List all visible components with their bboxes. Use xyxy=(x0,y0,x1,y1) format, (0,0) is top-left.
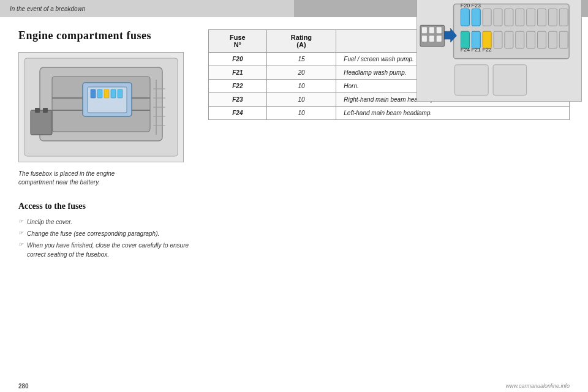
svg-rect-60 xyxy=(493,65,527,96)
svg-rect-49 xyxy=(548,31,557,48)
svg-rect-38 xyxy=(461,31,469,48)
access-steps-list: Unclip the cover. Change the fuse (see c… xyxy=(18,217,202,259)
access-step-2: Change the fuse (see corresponding parag… xyxy=(18,229,202,238)
svg-rect-52 xyxy=(422,27,427,33)
fuse-number-cell: F20 xyxy=(209,53,267,66)
svg-text:F20: F20 xyxy=(461,2,470,9)
rating-cell: 20 xyxy=(266,66,336,80)
svg-rect-55 xyxy=(422,36,427,42)
svg-rect-6 xyxy=(97,89,102,98)
fuse-number-cell: F21 xyxy=(209,66,267,80)
svg-rect-31 xyxy=(494,9,502,26)
rating-cell: 15 xyxy=(266,53,336,66)
svg-rect-30 xyxy=(483,9,491,26)
svg-rect-40 xyxy=(472,31,480,48)
function-cell: Left-hand main beam headlamp. xyxy=(336,107,570,120)
fuse-diagram-svg: F20 F23 F24 F21 F22 xyxy=(417,0,581,102)
svg-rect-37 xyxy=(559,9,568,26)
fuse-number-cell: F24 xyxy=(209,107,267,120)
access-step-3: When you have finished, close the cover … xyxy=(18,241,202,259)
svg-text:F24: F24 xyxy=(461,47,470,53)
svg-rect-46 xyxy=(516,31,524,48)
svg-text:F22: F22 xyxy=(482,47,491,53)
svg-rect-57 xyxy=(437,36,442,42)
header-text: In the event of a breakdown xyxy=(10,6,85,12)
engine-illustration xyxy=(21,55,181,159)
svg-rect-53 xyxy=(429,27,434,33)
right-column: FuseN° Rating(A) Functions F2015Fuel / s… xyxy=(208,29,570,120)
svg-rect-35 xyxy=(538,9,546,26)
svg-text:F21: F21 xyxy=(472,47,481,53)
svg-rect-47 xyxy=(527,31,535,48)
access-step-1: Unclip the cover. xyxy=(18,217,202,227)
page-number: 280 xyxy=(18,383,29,390)
fuse-number-cell: F22 xyxy=(209,80,267,93)
svg-rect-56 xyxy=(429,36,434,42)
svg-rect-50 xyxy=(559,31,568,48)
svg-rect-7 xyxy=(104,89,109,98)
svg-rect-14 xyxy=(31,110,52,135)
svg-rect-9 xyxy=(118,89,123,98)
svg-rect-32 xyxy=(505,9,513,26)
svg-rect-36 xyxy=(548,9,557,26)
svg-rect-42 xyxy=(483,31,491,48)
rating-cell: 10 xyxy=(266,80,336,93)
svg-rect-5 xyxy=(91,89,96,98)
col-header-rating: Rating(A) xyxy=(266,30,336,53)
engine-image xyxy=(18,52,184,162)
footer: 280 www.carmanualonline.info xyxy=(0,380,588,392)
access-title: Access to the fuses xyxy=(18,202,202,211)
fuse-number-cell: F23 xyxy=(209,93,267,107)
table-row: F2410Left-hand main beam headlamp. xyxy=(209,107,570,120)
svg-rect-48 xyxy=(538,31,546,48)
svg-rect-33 xyxy=(516,9,524,26)
rating-cell: 10 xyxy=(266,107,336,120)
svg-rect-54 xyxy=(437,27,442,33)
svg-text:F23: F23 xyxy=(472,2,481,9)
left-column: Engine compartment fuses xyxy=(18,29,202,262)
svg-rect-28 xyxy=(472,9,480,26)
image-caption-line1: The fusebox is placed in the engine comp… xyxy=(18,170,184,187)
footer-url: www.carmanualonline.info xyxy=(505,383,570,389)
svg-rect-44 xyxy=(494,31,502,48)
svg-rect-26 xyxy=(461,9,469,26)
col-header-fuse: FuseN° xyxy=(209,30,267,53)
svg-rect-16 xyxy=(43,108,48,113)
svg-rect-34 xyxy=(527,9,535,26)
svg-rect-59 xyxy=(455,65,489,96)
fuse-diagram: F20 F23 F24 F21 F22 xyxy=(417,0,582,102)
section-title: Engine compartment fuses xyxy=(18,29,202,42)
svg-rect-45 xyxy=(505,31,513,48)
svg-rect-15 xyxy=(35,108,40,113)
rating-cell: 10 xyxy=(266,93,336,107)
svg-rect-8 xyxy=(111,89,116,98)
